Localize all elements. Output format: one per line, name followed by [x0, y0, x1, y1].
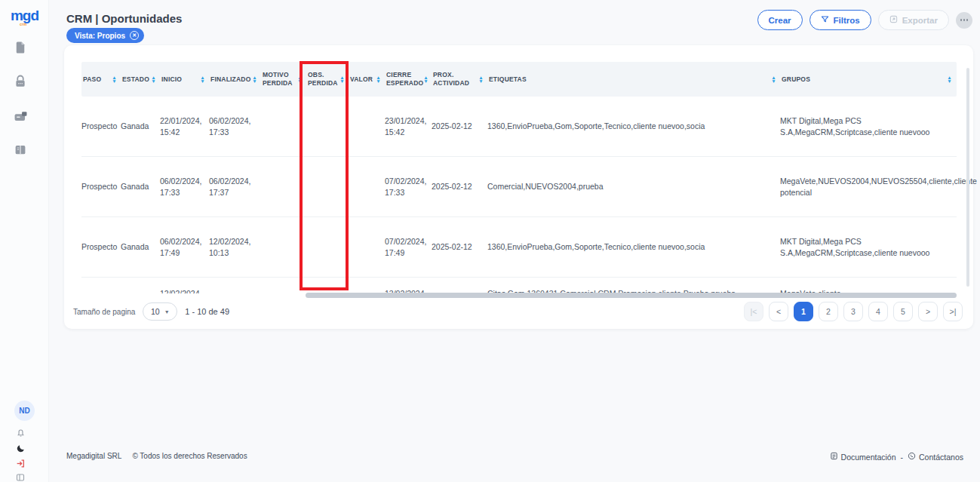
next-page-button[interactable]: > [918, 302, 938, 321]
cell-prox-actividad: 2025-02-12 [432, 241, 487, 253]
create-button-label: Crear [769, 16, 791, 25]
page-title: CRM | Oportunidades [66, 12, 182, 25]
page-button-3[interactable]: 3 [843, 302, 863, 321]
sort-icons[interactable]: ▲▼ [423, 75, 429, 83]
sort-desc-icon: ▼ [423, 79, 429, 83]
first-page-button[interactable]: |< [744, 302, 763, 321]
column-header-motivo-perdida[interactable]: MOTIVO PERDIDA▲▼ [261, 62, 306, 97]
cell-cierre-esperado: 23/01/2024, 15:42 [385, 115, 432, 138]
sort-icons[interactable]: ▲▼ [151, 75, 156, 83]
chevron-down-icon: ▼ [164, 309, 170, 315]
export-button[interactable]: Exportar [878, 10, 949, 30]
column-header-finalizado[interactable]: FINALIZADO▲▼ [209, 62, 261, 97]
panel-toggle-icon [16, 473, 25, 482]
sidebar: mgd crm ND [0, 0, 49, 482]
sort-icons[interactable]: ▲▼ [478, 75, 484, 83]
sidebar-item-security[interactable] [11, 72, 30, 91]
sort-icons[interactable]: ▲▼ [252, 75, 257, 83]
sort-icons[interactable]: ▲▼ [947, 75, 952, 83]
sort-desc-icon: ▼ [252, 79, 257, 83]
column-header-inicio[interactable]: INICIO▲▼ [160, 62, 209, 97]
user-avatar[interactable]: ND [14, 401, 35, 421]
settings-ellipsis-button[interactable] [956, 12, 972, 29]
cell-grupos: MegaVete,cliente [780, 278, 956, 293]
cell-prox-actividad: 2025-02-12 [432, 181, 487, 192]
export-icon [889, 15, 898, 25]
sort-desc-icon: ▼ [297, 79, 303, 83]
cell-grupos: MKT Digital,Mega PCS S.A,MegaCRM,Scriptc… [780, 115, 956, 138]
sort-icons[interactable]: ▲▼ [297, 75, 303, 83]
vertical-scrollbar[interactable] [966, 68, 969, 287]
table-footer: Tamaño de pagina 10 ▼ 1 - 10 de 49 |< < … [73, 301, 963, 322]
sort-desc-icon: ▼ [947, 79, 952, 83]
sidebar-item-billing[interactable] [11, 106, 30, 126]
page-button-4[interactable]: 4 [868, 302, 888, 321]
column-header-etiquetas[interactable]: ETIQUETAS▲▼ [487, 62, 780, 97]
column-header-estado[interactable]: ESTADO▲▼ [121, 62, 160, 97]
table-row[interactable]: Prospecto Ganada 06/02/2024, 17:49 12/02… [81, 217, 957, 278]
create-button[interactable]: Crear [757, 10, 803, 30]
app-logo[interactable]: mgd crm [0, 8, 49, 26]
logo-text: mgd [11, 8, 38, 23]
moon-icon [16, 444, 26, 453]
table-row[interactable]: Prospecto Ganada 06/02/2024, 17:33 06/02… [81, 157, 957, 217]
sort-desc-icon: ▼ [200, 79, 205, 83]
column-header-obs-perdida[interactable]: OBS. PERDIDA▲▼ [306, 62, 349, 97]
cell-inicio: 06/02/2024, 17:33 [160, 176, 209, 198]
documentation-icon [830, 452, 838, 462]
ellipsis-icon [960, 19, 963, 21]
cell-estado: Ganada [121, 181, 160, 192]
filters-button[interactable]: Filtros [809, 10, 871, 30]
page-size-value: 10 [151, 307, 160, 316]
prev-page-button[interactable]: < [769, 302, 788, 321]
view-filter-chip[interactable]: Vista: Propios ✕ [66, 28, 144, 43]
documentation-label: Documentación [841, 453, 896, 462]
page-button-2[interactable]: 2 [819, 302, 838, 321]
sort-desc-icon: ▼ [478, 79, 484, 83]
column-header-paso[interactable]: PASO▲▼ [81, 62, 121, 97]
sidebar-item-library[interactable] [11, 140, 30, 160]
sort-desc-icon: ▼ [151, 79, 156, 83]
header-actions: Crear Filtros Exportar [757, 10, 973, 30]
last-page-button[interactable]: >| [943, 302, 963, 321]
opportunities-card: PASO▲▼ ESTADO▲▼ INICIO▲▼ FINALIZADO▲▼ MO… [64, 45, 973, 329]
sort-icons[interactable]: ▲▼ [376, 75, 381, 83]
table-header-row: PASO▲▼ ESTADO▲▼ INICIO▲▼ FINALIZADO▲▼ MO… [81, 62, 957, 97]
page-size-select[interactable]: 10 ▼ [143, 302, 177, 321]
card-icon [14, 109, 28, 124]
phone-contact-icon [908, 452, 916, 462]
sort-icons[interactable]: ▲▼ [200, 75, 205, 83]
cell-paso: Prospecto [81, 241, 121, 253]
sidebar-item-documents[interactable] [11, 38, 30, 57]
footer-company: Megadigital SRL © Todos los derechos Res… [66, 452, 247, 460]
contact-link[interactable]: Contáctanos [908, 452, 963, 462]
sort-desc-icon: ▼ [112, 79, 117, 83]
page-button-1[interactable]: 1 [794, 302, 813, 321]
sort-icons[interactable]: ▲▼ [112, 75, 117, 83]
table-row-clipped[interactable]: 12/02/2024, 13/02/2024, Citas,Gom,136043… [81, 278, 957, 293]
documentation-link[interactable]: Documentación [830, 452, 896, 462]
opportunities-table: PASO▲▼ ESTADO▲▼ INICIO▲▼ FINALIZADO▲▼ MO… [81, 62, 957, 293]
sort-icons[interactable]: ▲▼ [339, 75, 345, 83]
column-header-valor[interactable]: VALOR▲▼ [349, 62, 385, 97]
pager: |< < 1 2 3 4 5 > >| [744, 302, 963, 321]
horizontal-scrollbar[interactable] [306, 293, 957, 298]
column-header-cierre-esperado[interactable]: CIERRE ESPERADO▲▼ [385, 62, 432, 97]
page-button-5[interactable]: 5 [893, 302, 913, 321]
cell-estado: Ganada [121, 121, 160, 132]
sort-icons[interactable]: ▲▼ [771, 75, 776, 83]
sort-desc-icon: ▼ [339, 79, 345, 83]
cell-estado: Ganada [121, 241, 160, 253]
contact-label: Contáctanos [919, 453, 963, 462]
document-icon [14, 41, 27, 54]
collapse-sidebar-button[interactable] [11, 468, 30, 482]
column-header-prox-actividad[interactable]: PROX. ACTIVIDAD▲▼ [432, 62, 487, 97]
cell-finalizado: 12/02/2024, 10:13 [209, 236, 261, 259]
column-header-grupos[interactable]: GRUPOS▲▼ [780, 62, 956, 97]
chip-close-icon[interactable]: ✕ [130, 31, 139, 40]
table-row[interactable]: Prospecto Ganada 22/01/2024, 15:42 06/02… [81, 97, 957, 157]
cell-etiquetas: Citas,Gom,1360431,Comercial,CRM,Promocio… [487, 278, 780, 293]
cell-cierre-esperado: 07/02/2024, 17:33 [385, 176, 432, 198]
lock-icon [14, 75, 27, 88]
cell-inicio: 12/02/2024, [160, 278, 209, 293]
